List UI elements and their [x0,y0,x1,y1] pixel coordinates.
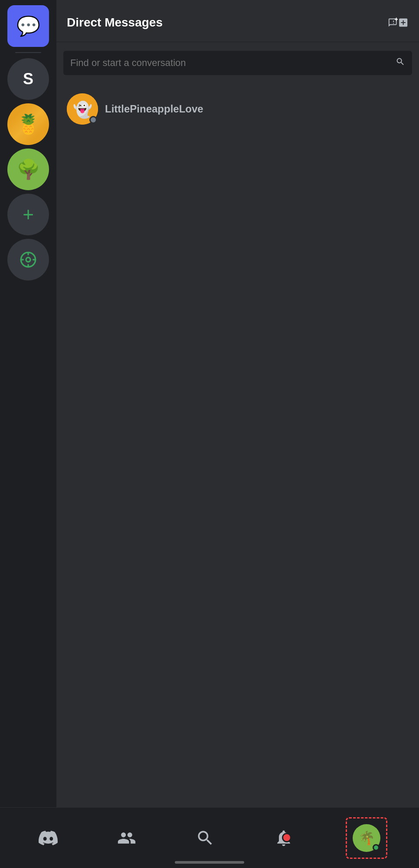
discord-logo-icon [39,828,58,848]
server-s-label: S [23,70,33,88]
status-dot-idle [89,116,97,124]
svg-point-1 [26,257,30,262]
tree-pattern: 🌳 [7,149,49,190]
discover-server-button[interactable] [7,239,49,281]
chat-icon: 💬 [16,15,40,37]
pineapple-pattern: 🍍 [7,103,49,145]
nav-friends-button[interactable] [113,824,141,852]
discord-dm-icon[interactable]: 💬 [7,5,49,47]
plus-icon: + [23,204,34,225]
app-container: 💬 S 🍍 🌳 + [0,0,419,868]
dm-panel: Direct Messages [56,0,419,807]
profile-avatar-emoji: 🌴 [359,830,375,845]
dm-list: 👻 LittlePineappleLove [56,84,419,807]
friends-icon [117,828,136,848]
svg-text:👻: 👻 [73,100,92,119]
dm-title: Direct Messages [67,16,163,30]
search-icon [396,57,405,69]
compose-plus-icon [398,15,409,30]
profile-avatar: 🌴 [353,824,380,852]
dm-avatar: 👻 [67,93,98,125]
conversation-search-input[interactable] [70,57,390,69]
dm-item[interactable]: 👻 LittlePineappleLove [60,87,416,131]
search-nav-icon [196,828,215,848]
nav-notifications-button[interactable] [270,824,298,852]
compass-icon [20,251,37,268]
new-dm-button[interactable] [388,12,409,33]
nav-profile-button[interactable]: 🌴 [348,820,385,856]
search-bar[interactable] [63,51,412,75]
server-sidebar: 💬 S 🍍 🌳 + [0,0,56,807]
nav-search-button[interactable] [191,824,219,852]
bottom-nav: 🌴 [0,807,419,868]
add-server-button[interactable]: + [7,194,49,235]
new-dm-icon [388,16,398,30]
server-tree-icon[interactable]: 🌳 [7,149,49,190]
profile-status-online [373,844,380,851]
sidebar-divider [15,52,41,53]
dm-header: Direct Messages [56,0,419,42]
dm-username: LittlePineappleLove [105,103,203,115]
notification-badge [282,833,291,842]
home-indicator [175,861,244,864]
main-content: 💬 S 🍍 🌳 + [0,0,419,807]
server-pineapple-icon[interactable]: 🍍 [7,103,49,145]
nav-home-button[interactable] [34,824,62,852]
server-s-icon[interactable]: S [7,58,49,100]
